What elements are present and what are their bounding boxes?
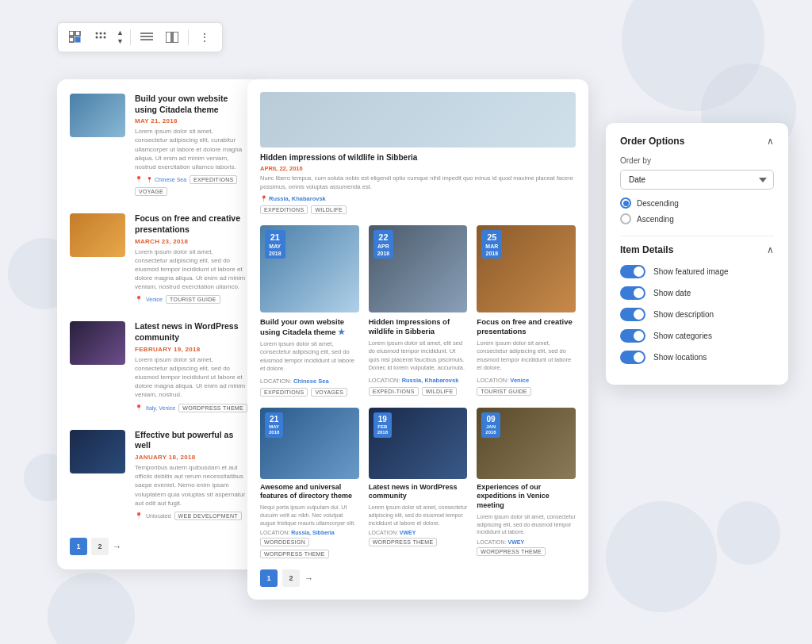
grid-tags-3: WORDPRESS THEME — [477, 547, 576, 556]
pin-icon: 📍 — [135, 176, 143, 183]
feat-loc-link-1[interactable]: Chinese Sea — [293, 378, 329, 385]
svg-point-7 — [96, 36, 98, 39]
tag-voyage[interactable]: VOYAGE — [135, 187, 167, 196]
tag-wp2[interactable]: WORDPRESS THEME — [260, 550, 329, 558]
tag-voy[interactable]: VOYAGES — [311, 388, 347, 397]
feat-loc-link-3[interactable]: Venice — [510, 377, 529, 384]
grid-badge-day: 09 — [485, 414, 496, 424]
list-item-body: Lorem ipsum dolor sit amet, consectetur … — [135, 355, 247, 400]
list-item-location[interactable]: Chinese Sea — [146, 177, 186, 183]
svg-point-9 — [104, 36, 106, 39]
grid-row: 21 MAY 2018 Awesome and universal featur… — [260, 408, 576, 559]
tag-exped[interactable]: EXPEDI-TIONS — [369, 387, 419, 396]
svg-point-4 — [96, 33, 98, 35]
sort-down-icon[interactable]: ▼ — [117, 38, 124, 45]
grid-badge-month: MAY — [269, 424, 279, 431]
sort-arrows[interactable]: ▲ ▼ — [117, 29, 124, 45]
right-pagination: 1 2 → — [260, 569, 576, 587]
tag-wp3[interactable]: WORDPRESS THEME — [369, 538, 438, 546]
feat-tags-1: EXPEDITIONS VOYAGES — [260, 388, 359, 397]
featured-image-toggle[interactable] — [620, 265, 645, 278]
order-by-label: Order by — [620, 156, 774, 165]
feat-tags-3: TOURIST GUIDE — [477, 387, 576, 396]
list-item-location[interactable]: Unlocated — [146, 513, 171, 519]
feat-title-2: Hidden Impressions of wildlife in Sibber… — [369, 317, 468, 337]
description-toggle[interactable] — [620, 308, 645, 321]
list-item-image — [70, 94, 125, 137]
badge-month: MAY — [269, 243, 282, 250]
bg-circle-4 — [606, 501, 717, 612]
grid-title-1: Awesome and universal features of direct… — [260, 483, 359, 501]
grid-loc-2[interactable]: VWEY — [400, 530, 416, 535]
grid-img-wrap-1: 21 MAY 2018 — [260, 408, 359, 479]
tag-exp[interactable]: EXPEDITIONS — [260, 388, 308, 397]
ascending-radio-circle — [620, 213, 631, 224]
right-page-next-button[interactable]: → — [304, 573, 313, 583]
grid-body-2: Lorem ipsum dolor sit amet, consectetur … — [369, 504, 468, 527]
layout-icon[interactable] — [163, 28, 182, 47]
grid-title-2: Latest news in WordPress community — [369, 483, 468, 501]
feat-title-1: Build your own website using Citadela th… — [260, 317, 359, 338]
tag-tourist[interactable]: TOURIST GUIDE — [166, 295, 220, 304]
list-item-image — [70, 430, 125, 473]
date-badge-3: 25 MAR 2018 — [481, 230, 502, 259]
left-pagination: 1 2 → — [70, 538, 247, 555]
list-item-body: Lorem ipsum dolor sit amet, consectetur … — [135, 127, 247, 171]
list-item-title: Effective but powerful as well — [135, 430, 247, 451]
order-by-select[interactable]: Date Title Author Comments — [620, 170, 774, 190]
list-item-date: FEBRUARY 19, 2018 — [135, 346, 247, 353]
grid-loc-3[interactable]: VWEY — [508, 539, 525, 545]
dots-grid-icon[interactable] — [91, 28, 110, 47]
svg-rect-1 — [75, 31, 80, 36]
featured-location[interactable]: Russia, Khabarovsk — [269, 195, 326, 202]
svg-rect-14 — [173, 32, 178, 43]
date-toggle[interactable] — [620, 286, 645, 300]
feat-loc-link-2[interactable]: Russia, Khabarovsk — [402, 377, 459, 384]
star-icon: ★ — [338, 328, 345, 336]
categories-toggle[interactable] — [620, 329, 645, 343]
list-item-date: JANUARY 18, 2018 — [135, 454, 247, 461]
list-item-location[interactable]: Italy, Venice — [146, 405, 175, 411]
tag-tourist[interactable]: TOURIST GUIDE — [477, 387, 530, 396]
pin-icon: 📍 — [135, 296, 143, 303]
svg-point-6 — [104, 33, 106, 35]
toggle-date: Show date — [620, 286, 774, 300]
item-details-chevron-icon[interactable]: ∧ — [767, 244, 774, 255]
ascending-radio[interactable]: Ascending — [620, 213, 774, 224]
descending-radio[interactable]: Descending — [620, 197, 774, 209]
badge-day: 22 — [377, 232, 390, 243]
right-page-1-button[interactable]: 1 — [260, 569, 278, 587]
tag-wildlife[interactable]: WILDLIFE — [422, 387, 458, 396]
feat-location-1: LOCATION: Chinese Sea — [260, 378, 359, 385]
featured-title: Hidden impressions of wildlife in Sibber… — [260, 152, 576, 163]
grid-badge-day: 21 — [269, 414, 279, 424]
tag-webdev[interactable]: WEB DEVELOPMENT — [174, 512, 242, 520]
tag-expeditions[interactable]: EXPEDITIONS — [190, 175, 237, 184]
tag-wp[interactable]: WORDPRESS THEME — [178, 404, 247, 412]
categories-toggle-label: Show categories — [653, 332, 712, 340]
sort-up-icon[interactable]: ▲ — [117, 29, 124, 36]
grid-loc-1[interactable]: Russia, Sibberia — [291, 530, 334, 535]
more-icon[interactable]: ⋮ — [195, 28, 214, 47]
tag-wild[interactable]: WILDLIFE — [311, 205, 347, 214]
list-item-content: Latest news in WordPress community FEBRU… — [135, 321, 247, 412]
list-item-location[interactable]: Venice — [146, 297, 163, 302]
badge-day: 21 — [269, 232, 282, 243]
date-badge-1: 21 MAY 2018 — [265, 230, 285, 259]
page-next-button[interactable]: → — [113, 542, 121, 551]
tag-exp[interactable]: EXPEDITIONS — [260, 205, 308, 214]
page-1-button[interactable]: 1 — [70, 538, 87, 555]
align-icon[interactable] — [137, 28, 156, 47]
page-2-button[interactable]: 2 — [91, 538, 109, 555]
tag-wp4[interactable]: WORDPRESS THEME — [477, 547, 546, 556]
locations-toggle[interactable] — [620, 351, 645, 364]
tag-wd[interactable]: WORDDESIGN — [260, 538, 309, 546]
chevron-up-icon[interactable]: ∧ — [767, 136, 774, 147]
grid-icon[interactable] — [66, 28, 85, 47]
right-page-2-button[interactable]: 2 — [282, 569, 300, 587]
bg-circle-7 — [48, 573, 135, 644]
feat-location-3: LOCATION: Venice — [477, 377, 576, 384]
svg-rect-13 — [166, 32, 171, 43]
badge-year: 2018 — [377, 250, 390, 257]
descending-radio-circle — [620, 197, 631, 209]
